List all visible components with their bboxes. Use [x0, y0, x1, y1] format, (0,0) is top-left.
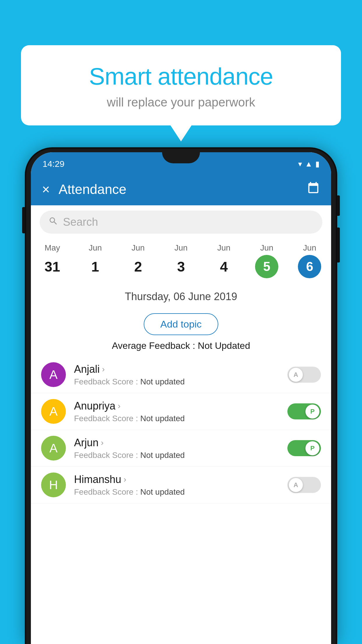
- battery-icon: ▮: [315, 160, 319, 169]
- attendance-toggle[interactable]: P: [287, 440, 321, 456]
- add-topic-area: Add topic: [31, 303, 331, 335]
- add-topic-button[interactable]: Add topic: [144, 313, 218, 335]
- attendance-toggle[interactable]: A: [287, 367, 321, 383]
- toggle-knob: A: [289, 478, 303, 492]
- close-button[interactable]: ×: [42, 181, 50, 197]
- calendar-icon[interactable]: [307, 181, 320, 197]
- calendar-day[interactable]: Jun5: [255, 243, 278, 278]
- speech-bubble-container: Smart attendance will replace your paper…: [21, 45, 341, 125]
- phone-screen: 14:29 ▾ ▲ ▮ × Attendance: [31, 152, 331, 644]
- calendar-day[interactable]: Jun1: [84, 243, 107, 278]
- cal-month-label: Jun: [217, 243, 231, 253]
- student-avatar: A: [41, 436, 66, 461]
- attendance-toggle[interactable]: P: [287, 403, 321, 419]
- calendar-day[interactable]: Jun2: [126, 243, 150, 278]
- student-list: AAnjali ›Feedback Score : Not updatedAAA…: [31, 356, 331, 503]
- speech-bubble: Smart attendance will replace your paper…: [21, 45, 341, 125]
- student-score: Feedback Score : Not updated: [74, 377, 279, 386]
- student-score: Feedback Score : Not updated: [74, 414, 279, 423]
- toggle-wrap[interactable]: A: [287, 477, 321, 493]
- bubble-title: Smart attendance: [36, 63, 326, 90]
- student-item[interactable]: HHimanshu ›Feedback Score : Not updatedA: [31, 467, 331, 503]
- score-value: Not updated: [140, 377, 185, 386]
- cal-month-label: Jun: [174, 243, 187, 253]
- avg-feedback-label: Average Feedback :: [112, 340, 195, 351]
- student-avatar: H: [41, 473, 66, 497]
- cal-month-label: Jun: [131, 243, 145, 253]
- chevron-icon: ›: [101, 438, 103, 447]
- student-score: Feedback Score : Not updated: [74, 487, 279, 497]
- student-avatar: A: [41, 362, 66, 387]
- student-name: Anjali ›: [74, 363, 279, 375]
- cal-date-label: 5: [255, 255, 278, 278]
- cal-date-label: 4: [212, 255, 236, 278]
- student-avatar: A: [41, 399, 66, 424]
- student-score: Feedback Score : Not updated: [74, 451, 279, 460]
- bubble-subtitle: will replace your paperwork: [36, 95, 326, 109]
- cal-date-label: 6: [298, 255, 321, 278]
- student-name: Arjun ›: [74, 437, 279, 449]
- toggle-wrap[interactable]: P: [287, 440, 321, 456]
- toggle-wrap[interactable]: A: [287, 367, 321, 383]
- cal-date-label: 31: [41, 255, 64, 278]
- search-placeholder: Search: [63, 216, 98, 228]
- content-scroll: Search May31Jun1Jun2Jun3Jun4Jun5Jun6 Thu…: [31, 205, 331, 503]
- status-icons: ▾ ▲ ▮: [298, 160, 319, 169]
- status-time: 14:29: [43, 159, 64, 169]
- phone-notch: [162, 152, 200, 163]
- student-item[interactable]: AArjun ›Feedback Score : Not updatedP: [31, 430, 331, 467]
- toggle-wrap[interactable]: P: [287, 403, 321, 419]
- calendar-day[interactable]: Jun6: [298, 243, 321, 278]
- calendar-day[interactable]: Jun3: [169, 243, 193, 278]
- calendar-strip: May31Jun1Jun2Jun3Jun4Jun5Jun6: [31, 239, 331, 284]
- attendance-toggle[interactable]: A: [287, 477, 321, 493]
- search-bar[interactable]: Search: [40, 211, 322, 234]
- chevron-icon: ›: [124, 475, 126, 484]
- phone-side-right2: [337, 228, 340, 262]
- phone-side-right: [337, 195, 340, 216]
- student-name: Himanshu ›: [74, 473, 279, 486]
- calendar-day[interactable]: May31: [41, 243, 64, 278]
- student-item[interactable]: AAnupriya ›Feedback Score : Not updatedP: [31, 393, 331, 430]
- wifi-icon: ▾: [298, 160, 302, 169]
- chevron-icon: ›: [102, 365, 105, 374]
- score-value: Not updated: [140, 414, 185, 423]
- cal-month-label: May: [45, 243, 60, 253]
- score-value: Not updated: [140, 487, 185, 496]
- cal-month-label: Jun: [260, 243, 273, 253]
- student-item[interactable]: AAnjali ›Feedback Score : Not updatedA: [31, 356, 331, 393]
- cal-date-label: 3: [169, 255, 193, 278]
- student-info: Anupriya ›Feedback Score : Not updated: [74, 400, 279, 423]
- signal-icon: ▲: [305, 160, 312, 169]
- toggle-knob: A: [289, 368, 303, 382]
- app-bar: × Attendance: [31, 173, 331, 205]
- score-value: Not updated: [140, 451, 185, 460]
- toggle-knob: P: [305, 405, 319, 419]
- cal-date-label: 2: [126, 255, 150, 278]
- cal-date-label: 1: [84, 255, 107, 278]
- calendar-day[interactable]: Jun4: [212, 243, 236, 278]
- student-name: Anupriya ›: [74, 400, 279, 412]
- search-icon: [48, 216, 58, 228]
- avg-feedback-value: Not Updated: [198, 340, 250, 351]
- cal-month-label: Jun: [303, 243, 316, 253]
- student-info: Arjun ›Feedback Score : Not updated: [74, 437, 279, 460]
- toggle-knob: P: [305, 441, 319, 455]
- phone-frame: 14:29 ▾ ▲ ▮ × Attendance: [26, 149, 336, 644]
- selected-date-label: Thursday, 06 June 2019: [31, 284, 331, 303]
- student-info: Anjali ›Feedback Score : Not updated: [74, 363, 279, 386]
- avg-feedback: Average Feedback : Not Updated: [31, 340, 331, 351]
- student-info: Himanshu ›Feedback Score : Not updated: [74, 473, 279, 497]
- phone-side-left: [22, 207, 25, 233]
- app-bar-title: Attendance: [59, 181, 298, 197]
- chevron-icon: ›: [118, 401, 120, 411]
- cal-month-label: Jun: [89, 243, 102, 253]
